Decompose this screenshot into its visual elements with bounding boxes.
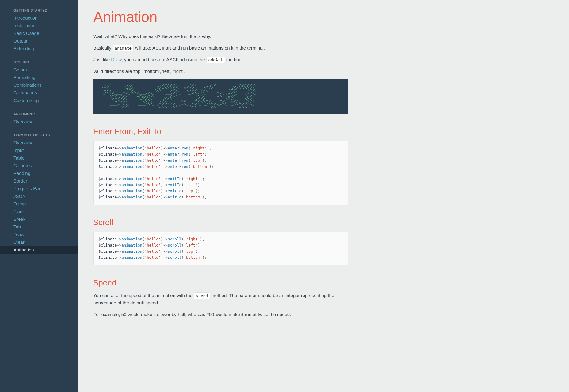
sidebar-link[interactable]: Columns [0,162,78,169]
heading-enter-exit: Enter From, Exit To [93,127,348,136]
sidebar-item-flank[interactable]: Flank [0,208,78,215]
sidebar-link[interactable]: Commands [0,89,78,96]
sidebar-item-formatting[interactable]: Formatting [0,74,78,81]
code-block-scroll: $climate->animation('hello')->scroll('ri… [93,232,348,265]
sidebar-item-introduction[interactable]: Introduction [0,14,78,22]
sidebar-item-tab[interactable]: Tab [0,223,78,231]
sidebar-link[interactable]: Progress Bar [0,185,78,192]
link-draw[interactable]: Draw [111,57,121,62]
sidebar-item-customizing[interactable]: Customizing [0,96,78,104]
sidebar-link[interactable]: Formatting [0,74,78,81]
sidebar-item-json[interactable]: JSON [0,192,78,200]
intro-paragraph-1: Wait, what? Why does this exist? Because… [93,33,348,40]
speed-paragraph-1: You can alter the speed of the animation… [93,292,348,307]
sidebar-section-title: STYLING [0,57,78,66]
sidebar-link[interactable]: Padding [0,169,78,177]
sidebar-item-table[interactable]: Table [0,154,78,162]
text: will take ASCII art and run basic animat… [134,45,265,51]
sidebar-item-columns[interactable]: Columns [0,162,78,169]
sidebar-link[interactable]: Overview [0,118,78,125]
sidebar-item-commands[interactable]: Commands [0,89,78,96]
intro-paragraph-4: Valid directions are 'top', 'bottom', 'l… [93,68,348,75]
sidebar-link[interactable]: Basic Usage [0,29,78,37]
ascii-art-animation: __/\\\_ _/\\\_ __/\\\\\\\\\\_ ____/\\\_ … [93,79,348,114]
text: You can alter the speed of the animation… [93,293,194,298]
sidebar-link[interactable]: Clear [0,238,78,246]
sidebar-link[interactable]: Draw [0,231,78,238]
sidebar-link[interactable]: Border [0,177,78,185]
sidebar-item-colors[interactable]: Colors [0,66,78,74]
sidebar-item-combinations[interactable]: Combinations [0,81,78,89]
sidebar-link[interactable]: JSON [0,192,78,200]
text: Just like [93,57,111,62]
sidebar-item-extending[interactable]: Extending [0,45,78,52]
sidebar-item-installation[interactable]: Installation [0,22,78,29]
sidebar-item-animation[interactable]: Animation [0,246,78,254]
inline-code-speed: speed [194,292,210,299]
intro-paragraph-2: Basically animate will take ASCII art an… [93,44,348,52]
sidebar-link[interactable]: Overview [0,139,78,146]
sidebar-item-basic-usage[interactable]: Basic Usage [0,29,78,37]
sidebar-item-padding[interactable]: Padding [0,169,78,177]
sidebar-link[interactable]: Customizing [0,96,78,104]
intro-paragraph-3: Just like Draw, you can add custom ASCII… [93,56,348,63]
sidebar: GETTING STARTEDIntroductionInstallationB… [0,0,78,392]
text: method. [225,57,243,62]
sidebar-link[interactable]: Animation [0,246,78,254]
main-content: Animation Wait, what? Why does this exis… [78,0,569,392]
code-block-enter-exit: $climate->animation('hello')->enterFrom(… [93,141,348,205]
sidebar-link[interactable]: Extending [0,45,78,52]
heading-speed: Speed [93,278,348,288]
sidebar-item-draw[interactable]: Draw [0,231,78,238]
sidebar-link[interactable]: Combinations [0,81,78,89]
sidebar-link[interactable]: Introduction [0,14,78,22]
page-title: Animation [93,9,348,25]
inline-code-animate: animate [113,45,134,51]
inline-code-addart: addArt [206,57,225,63]
sidebar-link[interactable]: Break [0,215,78,223]
sidebar-item-progress-bar[interactable]: Progress Bar [0,185,78,192]
sidebar-item-input[interactable]: Input [0,146,78,154]
sidebar-link[interactable]: Colors [0,66,78,74]
sidebar-item-dump[interactable]: Dump [0,200,78,208]
text: , you can add custom ASCII art using the [122,57,206,62]
sidebar-link[interactable]: Tab [0,223,78,231]
sidebar-link[interactable]: Output [0,37,78,45]
sidebar-item-clear[interactable]: Clear [0,238,78,246]
sidebar-link[interactable]: Flank [0,208,78,215]
sidebar-link[interactable]: Table [0,154,78,162]
sidebar-link[interactable]: Input [0,146,78,154]
sidebar-item-overview[interactable]: Overview [0,118,78,125]
speed-paragraph-2: For example, 50 would make it slower by … [93,311,348,318]
sidebar-link[interactable]: Installation [0,22,78,29]
sidebar-item-break[interactable]: Break [0,215,78,223]
sidebar-item-output[interactable]: Output [0,37,78,45]
text: Basically [93,45,113,51]
sidebar-section-title: TERMINAL OBJECTS [0,130,78,139]
sidebar-link[interactable]: Dump [0,200,78,208]
sidebar-item-overview[interactable]: Overview [0,139,78,146]
sidebar-item-border[interactable]: Border [0,177,78,185]
sidebar-section-title: GETTING STARTED [0,6,78,14]
heading-scroll: Scroll [93,218,348,227]
sidebar-section-title: ARGUMENTS [0,109,78,118]
